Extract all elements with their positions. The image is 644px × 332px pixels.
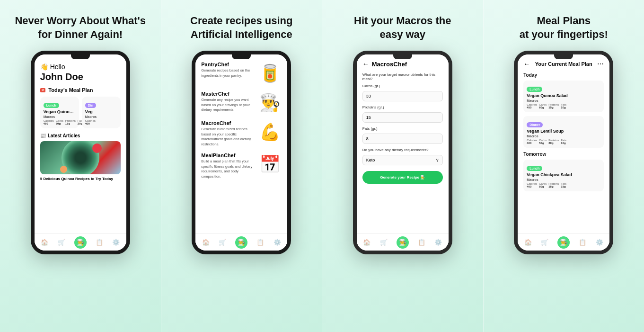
mp-carbs-1: Carbs60g (539, 103, 547, 109)
chef-pantry-info: PantryChef Generate recipes based on the… (201, 62, 254, 78)
nav4-home-icon[interactable]: 🏠 (524, 239, 532, 246)
phone-notch-1 (71, 54, 90, 59)
input-carbs[interactable] (362, 91, 443, 101)
mp-macros-row-1: Calories450 Carbs60g Proteins15g Fats20g (527, 103, 600, 109)
nav-home-icon[interactable]: 🏠 (41, 239, 48, 246)
back-arrow-3[interactable]: ← (362, 60, 369, 68)
panel1-heading: Never Worry About What's for Dinner Agai… (15, 14, 146, 41)
calories-1: Calories450 (44, 119, 54, 125)
screen3-back: ← MacrosChef (362, 60, 443, 68)
mp-macros-label-1: Macros (527, 99, 600, 102)
screen4-title: Your Current Meal Plan (535, 61, 592, 67)
nav4-cart-icon[interactable]: 🛒 (541, 239, 548, 246)
label-carbs: Carbs (gr.) (362, 84, 443, 88)
calendar-icon: 17 (40, 88, 46, 92)
articles-section: 📰Latest Articles 5 Delicious Quinoa Reci… (40, 133, 121, 181)
more-icon[interactable]: ⋯ (597, 60, 604, 68)
screen4-header: ← Your Current Meal Plan ⋯ (523, 60, 604, 68)
nav3-chef-icon-active[interactable]: 👨‍🍳 (397, 236, 409, 249)
mp-tag-lunch-tomorrow: Lunch (527, 166, 542, 171)
input-proteins[interactable] (362, 112, 443, 123)
nav-chef-icon-active[interactable]: 👨‍🍳 (74, 236, 87, 249)
proteins-1: Proteins15g (65, 119, 76, 125)
mp-name-dinner-today: Vegan Lentil Soup (527, 129, 600, 134)
lunch-title: Vegan Quinoa Salad (44, 109, 76, 114)
mp-tag-lunch-today: Lunch (527, 87, 542, 92)
nav3-settings-icon[interactable]: ⚙️ (434, 239, 442, 246)
mp-cal-3: Calories400 (527, 182, 537, 188)
generate-button[interactable]: Generate your Recipe 👨‍🍳 (362, 171, 443, 184)
mp-proteins-1: Proteins15g (548, 103, 559, 109)
nav3-list-icon[interactable]: 📋 (418, 239, 425, 246)
mp-macros-label-3: Macros (527, 178, 600, 181)
mp-carbs-3: Carbs50g (539, 182, 547, 188)
bottom-nav-4: 🏠 🛒 👨‍🍳 📋 ⚙️ (518, 233, 609, 251)
chef-master: MasterChef Generate any recipe you want … (201, 91, 282, 115)
back-arrow-4[interactable]: ← (523, 60, 530, 68)
dietary-select[interactable]: Keto (362, 155, 443, 165)
nav2-chef-icon-active[interactable]: 👨‍🍳 (235, 236, 247, 249)
screen-macros: ← MacrosChef What are your target macron… (357, 54, 449, 251)
panel-ai: Create recipes using Artificial Intellig… (161, 0, 322, 332)
nav3-home-icon[interactable]: 🏠 (363, 239, 371, 246)
nav-settings-icon[interactable]: ⚙️ (112, 239, 120, 246)
question-macros: What are your target macronutrients for … (362, 72, 443, 81)
dinner-tag: Din (85, 103, 96, 108)
mp-tag-dinner-today: Dinner (527, 122, 543, 127)
mp-carbs-2: Carbs50g (539, 139, 547, 144)
mp-proteins-3: Proteins15g (548, 182, 559, 188)
chef-mealplan-desc: Build a meal plan that fits your specifi… (201, 159, 254, 179)
panel4-heading: Meal Plans at your fingertips! (520, 14, 608, 41)
phone-3: ← MacrosChef What are your target macron… (353, 51, 452, 254)
calories-2: Calories400 (85, 119, 96, 125)
greeting-wave: 👋 Hello (40, 63, 121, 71)
nav2-home-icon[interactable]: 🏠 (202, 239, 210, 246)
tomorrow-label: Tomorrow (523, 152, 604, 157)
nav4-settings-icon[interactable]: ⚙️ (596, 239, 603, 246)
macros-row-2: Calories400 (85, 119, 117, 125)
phone-notch-2 (232, 54, 251, 59)
mp-macros-label-2: Macros (527, 135, 600, 138)
nav-cart-icon[interactable]: 🛒 (58, 239, 65, 246)
nav2-settings-icon[interactable]: ⚙️ (273, 239, 281, 246)
panel3-heading: Hit your Macros the easy way (354, 14, 451, 41)
chef-mealplan-info: MealPlanChef Build a meal plan that fits… (201, 153, 254, 179)
mp-name-lunch-tomorrow: Vegan Chickpea Salad (527, 172, 600, 177)
panel-mealplans: Meal Plans at your fingertips! ← Your Cu… (483, 0, 644, 332)
mp-macros-row-3: Calories400 Carbs50g Proteins15g Fats15g (527, 182, 600, 188)
input-fats[interactable] (362, 134, 443, 144)
chef-pantry: PantryChef Generate recipes based on the… (201, 62, 282, 85)
dietary-select-wrapper: Keto ∨ (362, 155, 443, 165)
greeting-name: John Doe (40, 72, 121, 82)
article-image (40, 141, 121, 174)
screen3-title: MacrosChef (372, 61, 407, 68)
nav2-cart-icon[interactable]: 🛒 (219, 239, 226, 246)
phone-notch-4 (554, 54, 573, 59)
screen-chefs: PantryChef Generate recipes based on the… (195, 54, 287, 251)
macros-row-1: Calories450 Carbs60g Proteins15g Fats20g (44, 119, 76, 125)
mp-macros-row-2: Calories400 Carbs50g Proteins20g Fats10g (527, 139, 600, 144)
screen-home: 👋 Hello John Doe 17 Today's Meal Plan Lu… (35, 54, 126, 251)
chef-macros-desc: Generate customized recipes based on you… (201, 127, 254, 147)
dinner-title: Veg (85, 109, 117, 114)
mp-card-dinner-today: Dinner Vegan Lentil Soup Macros Calories… (523, 116, 604, 148)
chef-master-name: MasterChef (201, 91, 254, 97)
chef-mealplan: MealPlanChef Build a meal plan that fits… (201, 153, 282, 179)
carbs-1: Carbs60g (56, 119, 63, 125)
panel2-heading: Create recipes using Artificial Intellig… (190, 14, 292, 41)
nav-list-icon[interactable]: 📋 (96, 239, 103, 246)
bottom-nav-2: 🏠 🛒 👨‍🍳 📋 ⚙️ (195, 233, 287, 251)
chef-macros-info: MacrosChef Generate customized recipes b… (201, 120, 254, 147)
chef-pantry-desc: Generate recipes based on the ingredient… (201, 68, 254, 78)
mp-name-lunch-today: Vegan Quinoa Salad (527, 93, 600, 98)
mp-proteins-2: Proteins20g (548, 139, 559, 144)
nav4-chef-icon-active[interactable]: 👨‍🍳 (557, 236, 570, 249)
chef-macros-name: MacrosChef (201, 120, 254, 126)
nav2-list-icon[interactable]: 📋 (256, 239, 264, 246)
chef-macros-emoji: 💪 (258, 120, 282, 144)
article-title: 5 Delicious Quinoa Recipes to Try Today (40, 177, 121, 181)
nav4-list-icon[interactable]: 📋 (579, 239, 586, 246)
chef-master-info: MasterChef Generate any recipe you want … (201, 91, 254, 113)
nav3-cart-icon[interactable]: 🛒 (380, 239, 388, 246)
chef-macros: MacrosChef Generate customized recipes b… (201, 120, 282, 147)
